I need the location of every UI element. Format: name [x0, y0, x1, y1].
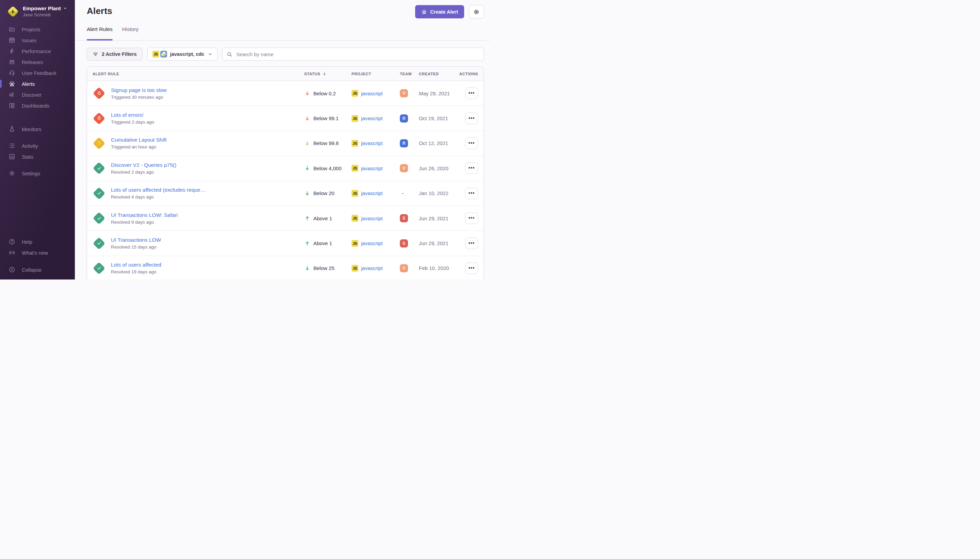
- user-feedback-icon: [8, 69, 15, 76]
- row-actions-menu-button[interactable]: •••: [465, 137, 478, 149]
- settings-icon: [8, 170, 15, 177]
- javascript-icon: JS: [351, 215, 358, 222]
- sidebar-item-label: Discover: [22, 92, 41, 98]
- sidebar-item-user-feedback[interactable]: User Feedback: [0, 68, 75, 78]
- status-cell: Below 20: [304, 190, 351, 197]
- sidebar-item-activity[interactable]: Activity: [0, 140, 75, 151]
- project-link[interactable]: javascript: [361, 190, 383, 196]
- sidebar-item-what-s-new[interactable]: What's new: [0, 247, 75, 258]
- sidebar-item-label: Alerts: [22, 81, 35, 87]
- monitors-icon: [8, 126, 15, 132]
- table-row: Discover V2 - Queries p75() Resolved 2 d…: [87, 156, 483, 181]
- sidebar-item-dashboards[interactable]: Dashboards: [0, 100, 75, 111]
- org-switcher[interactable]: Empower Plant Jane Schmidt: [0, 5, 75, 18]
- sort-desc-icon: [322, 71, 327, 76]
- javascript-icon: JS: [351, 265, 358, 272]
- alert-rule-title-link[interactable]: Lots of users affected (excludes reque…: [111, 187, 206, 193]
- status-value: Below 20: [313, 190, 335, 196]
- alert-rule-title-link[interactable]: UI Transactions LOW: Safari: [111, 212, 178, 218]
- project-link[interactable]: javascript: [361, 116, 383, 121]
- status-value: Below 99.1: [313, 116, 338, 121]
- project-cell: JS javascript: [351, 140, 400, 147]
- row-actions-menu-button[interactable]: •••: [465, 212, 478, 224]
- project-link[interactable]: javascript: [361, 91, 383, 96]
- sidebar-item-discover[interactable]: Discover: [0, 89, 75, 100]
- project-cell: JS javascript: [351, 190, 400, 197]
- sidebar-item-help[interactable]: Help: [0, 236, 75, 247]
- active-filters-button[interactable]: 2 Active Filters: [87, 48, 143, 61]
- stats-icon: [8, 153, 15, 160]
- sidebar-item-issues[interactable]: Issues: [0, 35, 75, 46]
- sidebar-item-label: User Feedback: [22, 70, 56, 76]
- alert-rule-subtitle: Resolved 19 days ago: [111, 269, 161, 275]
- alerts-icon: [8, 80, 15, 87]
- sidebar-nav: Projects Issues Performance Releases Use…: [0, 24, 75, 179]
- status-cell: Above 1: [304, 240, 351, 246]
- sidebar-item-releases[interactable]: Releases: [0, 56, 75, 68]
- arrow-up-icon: [304, 240, 310, 246]
- arrow-down-icon: [304, 265, 310, 271]
- alert-rule-title-link[interactable]: Lots of errors!: [111, 112, 154, 118]
- row-actions-menu-button[interactable]: •••: [465, 113, 478, 124]
- team-avatar: S: [400, 214, 408, 222]
- alert-rule-title-link[interactable]: UI Transactions LOW: [111, 237, 161, 243]
- sidebar-item-collapse[interactable]: Collapse: [0, 264, 75, 275]
- row-actions-menu-button[interactable]: •••: [465, 238, 478, 249]
- fire-diamond-icon: [92, 112, 106, 125]
- alert-rule-cell: Cumulative Layout Shift Triggered an hou…: [92, 137, 304, 150]
- sidebar-item-projects[interactable]: Projects: [0, 24, 75, 35]
- project-link[interactable]: javascript: [361, 265, 383, 271]
- project-link[interactable]: javascript: [361, 215, 383, 221]
- create-alert-button[interactable]: Create Alert: [415, 5, 464, 18]
- app-root: Empower Plant Jane Schmidt Projects Issu…: [0, 0, 490, 280]
- alert-rule-cell: Lots of users affected (excludes reque… …: [92, 187, 304, 200]
- main-content: Alerts Create Alert Alert Rules History …: [75, 0, 490, 280]
- alert-rule-cell: Discover V2 - Queries p75() Resolved 2 d…: [92, 162, 304, 175]
- alert-rule-cell: Signup page is too slow Triggered 30 min…: [92, 87, 304, 100]
- alerts-settings-button[interactable]: [469, 5, 484, 18]
- javascript-icon: JS: [351, 90, 358, 97]
- arrow-up-icon: [304, 215, 310, 221]
- issues-icon: [8, 37, 15, 44]
- sidebar-item-alerts[interactable]: Alerts: [0, 78, 75, 89]
- project-link[interactable]: javascript: [361, 165, 383, 171]
- row-actions-menu-button[interactable]: •••: [465, 263, 478, 274]
- status-cell: Below 25: [304, 265, 351, 271]
- tab-history[interactable]: History: [122, 26, 139, 36]
- warning-diamond-icon: [92, 137, 106, 150]
- column-header-status[interactable]: Status: [304, 71, 351, 76]
- created-date: Oct 19, 2021: [419, 116, 464, 121]
- table-row: UI Transactions LOW: Safari Resolved 9 d…: [87, 206, 483, 231]
- row-actions-menu-button[interactable]: •••: [465, 88, 478, 99]
- sidebar-item-monitors[interactable]: Monitors: [0, 124, 75, 134]
- project-selector-dropdown[interactable]: JS javascript, cdc: [147, 48, 218, 61]
- sidebar-item-settings[interactable]: Settings: [0, 168, 75, 179]
- sidebar: Empower Plant Jane Schmidt Projects Issu…: [0, 0, 75, 280]
- alert-rule-cell: UI Transactions LOW: Safari Resolved 9 d…: [92, 212, 304, 225]
- row-actions-menu-button[interactable]: •••: [465, 188, 478, 199]
- status-cell: Below 99.8: [304, 140, 351, 146]
- table-header: Alert Rule Status Project Team Created A…: [87, 67, 483, 81]
- project-link[interactable]: javascript: [361, 140, 383, 146]
- arrow-down-icon: [304, 165, 310, 171]
- table-row: Cumulative Layout Shift Triggered an hou…: [87, 131, 483, 156]
- search-input[interactable]: [236, 51, 480, 58]
- alert-rule-title-link[interactable]: Discover V2 - Queries p75(): [111, 162, 176, 168]
- tab-alert-rules[interactable]: Alert Rules: [87, 26, 113, 36]
- sidebar-item-performance[interactable]: Performance: [0, 46, 75, 56]
- search-icon: [227, 51, 233, 57]
- alert-rule-title-link[interactable]: Cumulative Layout Shift: [111, 137, 167, 143]
- alert-rule-title-link[interactable]: Signup page is too slow: [111, 87, 167, 93]
- sidebar-item-stats[interactable]: Stats: [0, 151, 75, 162]
- sidebar-item-label: Releases: [22, 59, 43, 65]
- status-cell: Above 1: [304, 215, 351, 221]
- project-link[interactable]: javascript: [361, 240, 383, 246]
- alert-rule-title-link[interactable]: Lots of users affected: [111, 262, 161, 268]
- arrow-down-icon: [304, 116, 310, 122]
- team-cell: -: [400, 190, 419, 197]
- arrow-down-icon: [304, 90, 310, 96]
- created-date: Oct 12, 2021: [419, 140, 464, 146]
- team-cell: R: [400, 114, 419, 122]
- row-actions-menu-button[interactable]: •••: [465, 162, 478, 174]
- sidebar-item-label: Help: [22, 239, 32, 245]
